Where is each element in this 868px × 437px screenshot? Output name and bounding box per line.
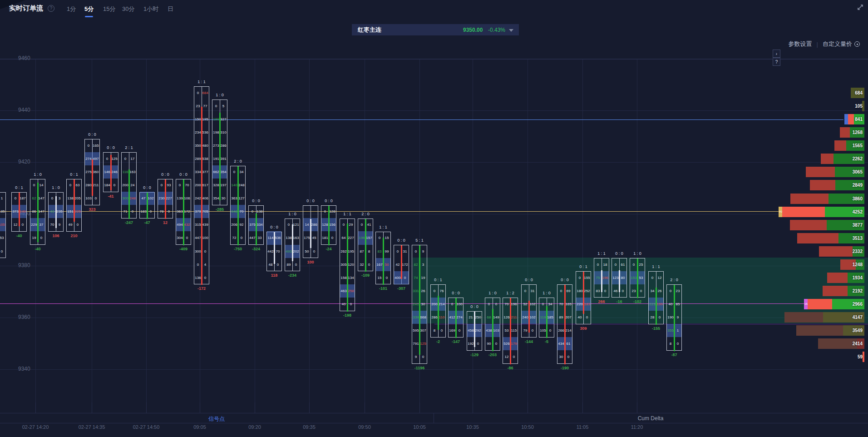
footprint-ask-value: 439 (202, 218, 209, 231)
time-gridline (92, 60, 92, 402)
footprint-ask-value: 0 (619, 284, 626, 298)
footprint-ask-value: 183 (583, 298, 591, 311)
footprint-bar[interactable]: 1428617545500 (303, 205, 318, 258)
footprint-ask-value: 61 (619, 258, 626, 271)
footprint-ask-value: 432 (183, 218, 191, 231)
footprint-bar[interactable]: 01875196830 (594, 258, 609, 298)
footprint-delta-line-red (110, 155, 112, 191)
footprint-bar[interactable]: 063138205151225490 (66, 179, 82, 232)
footprint-bar-delta: -234 (288, 273, 296, 278)
time-gridline (528, 60, 528, 402)
footprint-ask-value: 0 (365, 258, 373, 271)
footprint-bar[interactable]: 0068149438103900 (485, 298, 500, 350)
footprint-imbalance-ratio: 1 : 1 (652, 264, 660, 269)
footprint-ask-value: 202 (292, 245, 300, 258)
footprint-bar[interactable]: 0121138163493202890 (285, 218, 300, 271)
time-axis-label: 10:35 (466, 424, 479, 430)
footprint-bar[interactable]: 0701391063631724944323040 (176, 179, 191, 245)
footprint-ask-value: 225 (74, 205, 81, 218)
time-gridline (473, 60, 473, 402)
footprint-bar[interactable]: 0343235709 (48, 192, 64, 232)
footprint-ask-value: 165 (92, 139, 99, 152)
footprint-bar[interactable]: 0341402483631276487020692720 (230, 166, 246, 245)
footprint-imbalance-ratio: 0 : 0 (325, 199, 333, 203)
footprint-imbalance-ratio: 0 : 0 (561, 278, 569, 282)
footprint-ask-value: 19 (419, 271, 427, 284)
profile-row-value: 2332 (853, 246, 863, 257)
footprint-ask-value: 0 (674, 337, 681, 350)
footprint-ask-value: 9 (56, 218, 63, 231)
price-gridline (0, 369, 868, 370)
footprint-ask-value: 14 (38, 179, 45, 192)
price-gridline (0, 59, 868, 59)
footprint-bar-delta: -198 (343, 313, 351, 318)
footprint-bar[interactable]: 02340851909355180 (666, 284, 682, 350)
footprint-bar[interactable]: 0684237715019523453635048028953833437720… (194, 86, 209, 284)
footprint-bar[interactable]: 0519032719831027328619139166235432819735… (212, 99, 227, 205)
footprint-bar[interactable]: 013837533444733 (248, 205, 264, 245)
footprint-bar[interactable]: 093230227780 (158, 179, 173, 218)
footprint-bar[interactable]: 0341191851050 (539, 298, 554, 337)
time-tick (92, 402, 92, 413)
time-tick (365, 402, 365, 413)
footprint-delta-line-green (237, 166, 239, 246)
footprint-bar[interactable]: 031421724000 (394, 245, 409, 284)
footprint-bid-value: 0 (612, 258, 619, 271)
footprint-bar[interactable]: 471021830 (139, 192, 155, 218)
footprint-ask-value: 360 (92, 165, 99, 179)
footprint-bar[interactable]: 01652744972753602802111030 (84, 139, 100, 205)
footprint-bar[interactable]: 07620021428611080 (430, 284, 446, 337)
footprint-bar[interactable]: 01711616320024300248710 (121, 152, 137, 218)
footprint-bar[interactable]: 01281281561810 (321, 205, 336, 245)
footprint-ask-value: 4 (202, 258, 209, 271)
footprint-bar[interactable]: 041196157878320 (358, 218, 373, 271)
time-axis-label: 02-27 14:20 (22, 424, 49, 430)
footprint-bar[interactable]: 7019612621153115526179120 (503, 298, 518, 363)
footprint-bar[interactable]: 02515353230 (630, 258, 645, 298)
footprint-bar[interactable]: 212504582921920 (467, 311, 482, 351)
footprint-ask-value: 0 (38, 231, 45, 244)
footprint-ask-value: 705 (202, 205, 209, 218)
footprint-delta-line-green (546, 306, 547, 338)
footprint-ask-value: 196 (602, 271, 609, 284)
footprint-delta-line-white (55, 196, 57, 228)
profile-bar-segment (844, 114, 848, 124)
footprint-bar[interactable]: 0123426223199280 (648, 271, 664, 324)
footprint-bar-delta: -87 (671, 353, 677, 357)
signal-points-label[interactable]: 信号点 (208, 415, 225, 423)
time-tick (200, 402, 200, 413)
footprint-ask-value: 3 (56, 192, 63, 205)
footprint-bar[interactable]: 015839916750150 (375, 232, 391, 284)
footprint-bar[interactable]: 03152102240102790 (521, 284, 537, 337)
footprint-imbalance-ratio: 0 : 1 (579, 264, 587, 269)
footprint-bar-delta: 266 (598, 299, 605, 304)
footprint-ask-value: 147 (38, 192, 45, 205)
footprint-bar[interactable]: 069701658920726621443461300 (557, 284, 572, 364)
footprint-bar[interactable]: 11453644270480 (266, 232, 282, 271)
footprint-delta-line-red (92, 159, 93, 196)
footprint-ask-value: 37 (38, 218, 45, 231)
footprint-bar[interactable]: 01004122741690 (448, 298, 464, 337)
profile-bar-segment (834, 140, 846, 151)
footprint-bar-delta: -144 (525, 339, 533, 344)
footprint-bar[interactable]: 1185105530 (0, 192, 6, 258)
price-axis-label: 9440 (18, 107, 30, 113)
footprint-bar[interactable]: 06112380460 (612, 258, 627, 298)
footprint-ask-value: 103 (493, 324, 500, 337)
footprint-ask-value: 8 (365, 245, 373, 258)
footprint-bar[interactable]: 0187373149120 (11, 192, 27, 232)
footprint-ask-value: 76 (438, 284, 445, 298)
footprint-ask-value: 211 (92, 179, 99, 192)
footprint-bar[interactable]: 098237419331262413033966859530779112590 (412, 245, 427, 364)
profile-bar-segment (806, 167, 835, 177)
order-flow-chart[interactable]: 9460944094209400938093609340684105841126… (0, 0, 868, 402)
footprint-bar-delta: -247 (125, 220, 133, 225)
footprint-bar[interactable]: 014621478614722937190 (30, 179, 45, 245)
footprint-bar[interactable]: 0155180252220183400 (576, 271, 591, 324)
footprint-ask-value: 0 (547, 324, 554, 337)
footprint-bar[interactable]: 02964227262195305120158134463258400 (340, 218, 355, 311)
footprint-ask-value: 34 (238, 165, 245, 179)
footprint-delta-line-green (383, 238, 384, 285)
footprint-ask-value: 0 (111, 179, 118, 192)
footprint-bar[interactable]: 01251462461840 (103, 152, 118, 192)
